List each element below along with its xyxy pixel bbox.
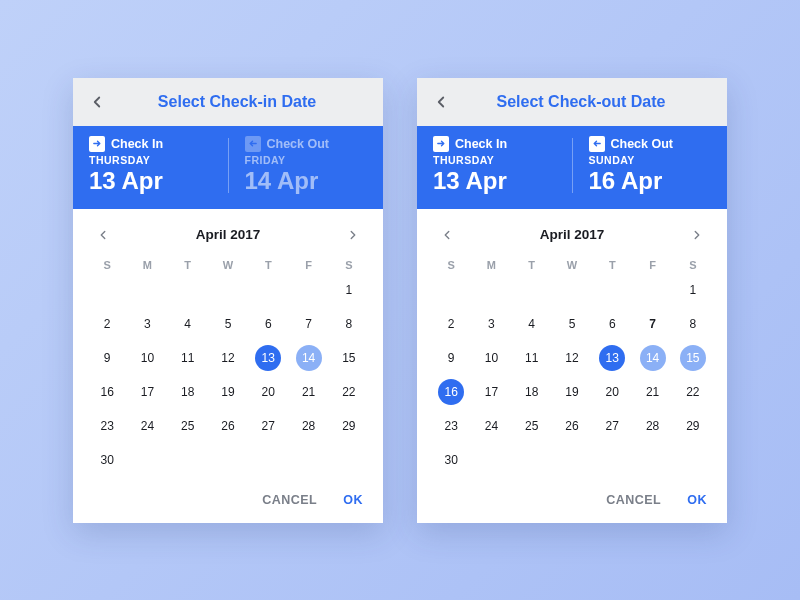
day-empty — [471, 273, 511, 307]
next-month-button[interactable] — [685, 223, 709, 247]
day-empty — [87, 273, 127, 307]
date-band: Check In THURSDAY 13 Apr Check Out FRIDA… — [73, 126, 383, 209]
day-cell[interactable]: 30 — [431, 443, 471, 477]
day-cell[interactable]: 5 — [552, 307, 592, 341]
day-cell[interactable]: 3 — [127, 307, 167, 341]
day-cell[interactable]: 14 — [288, 341, 328, 375]
day-cell[interactable]: 30 — [87, 443, 127, 477]
day-cell[interactable]: 12 — [208, 341, 248, 375]
weekday-label: F — [288, 259, 328, 271]
day-cell[interactable]: 29 — [673, 409, 713, 443]
checkin-slot[interactable]: Check In THURSDAY 13 Apr — [73, 136, 228, 195]
day-cell[interactable]: 4 — [168, 307, 208, 341]
prev-month-button[interactable] — [91, 223, 115, 247]
day-cell[interactable]: 21 — [288, 375, 328, 409]
day-cell[interactable]: 17 — [471, 375, 511, 409]
day-cell[interactable]: 3 — [471, 307, 511, 341]
checkin-date: 13 Apr — [433, 167, 556, 195]
day-cell[interactable]: 6 — [248, 307, 288, 341]
day-cell[interactable]: 18 — [168, 375, 208, 409]
checkin-card: Select Check-in Date Check In THURSDAY 1… — [73, 78, 383, 523]
day-empty — [127, 443, 167, 477]
day-cell[interactable]: 28 — [288, 409, 328, 443]
day-cell[interactable]: 26 — [208, 409, 248, 443]
day-cell[interactable]: 22 — [329, 375, 369, 409]
day-cell[interactable]: 13 — [248, 341, 288, 375]
day-empty — [431, 273, 471, 307]
day-empty — [248, 443, 288, 477]
day-cell[interactable]: 9 — [87, 341, 127, 375]
day-cell[interactable]: 7 — [632, 307, 672, 341]
day-cell[interactable]: 22 — [673, 375, 713, 409]
titlebar: Select Check-out Date — [417, 78, 727, 126]
checkin-slot[interactable]: Check In THURSDAY 13 Apr — [417, 136, 572, 195]
day-cell[interactable]: 28 — [632, 409, 672, 443]
day-cell[interactable]: 8 — [329, 307, 369, 341]
day-cell[interactable]: 5 — [208, 307, 248, 341]
day-cell[interactable]: 12 — [552, 341, 592, 375]
day-cell[interactable]: 24 — [127, 409, 167, 443]
day-empty — [673, 443, 713, 477]
day-cell[interactable]: 20 — [248, 375, 288, 409]
day-cell[interactable]: 2 — [431, 307, 471, 341]
day-cell[interactable]: 19 — [208, 375, 248, 409]
day-cell[interactable]: 23 — [87, 409, 127, 443]
day-cell[interactable]: 7 — [288, 307, 328, 341]
checkout-slot[interactable]: Check Out FRIDAY 14 Apr — [229, 136, 384, 195]
day-cell[interactable]: 16 — [87, 375, 127, 409]
day-cell[interactable]: 13 — [592, 341, 632, 375]
day-cell[interactable]: 27 — [592, 409, 632, 443]
day-cell[interactable]: 15 — [673, 341, 713, 375]
checkout-date: 14 Apr — [245, 167, 368, 195]
day-cell[interactable]: 4 — [512, 307, 552, 341]
checkout-slot[interactable]: Check Out SUNDAY 16 Apr — [573, 136, 728, 195]
checkout-card: Select Check-out Date Check In THURSDAY … — [417, 78, 727, 523]
day-cell[interactable]: 23 — [431, 409, 471, 443]
day-cell[interactable]: 2 — [87, 307, 127, 341]
day-cell[interactable]: 24 — [471, 409, 511, 443]
weekday-label: M — [471, 259, 511, 271]
day-cell[interactable]: 9 — [431, 341, 471, 375]
day-cell[interactable]: 25 — [168, 409, 208, 443]
checkin-label: Check In — [455, 137, 507, 151]
ok-button[interactable]: OK — [343, 493, 363, 507]
weekday-label: S — [329, 259, 369, 271]
day-cell[interactable]: 11 — [168, 341, 208, 375]
day-cell[interactable]: 10 — [471, 341, 511, 375]
cancel-button[interactable]: CANCEL — [262, 493, 317, 507]
day-cell[interactable]: 1 — [673, 273, 713, 307]
prev-month-button[interactable] — [435, 223, 459, 247]
day-cell[interactable]: 27 — [248, 409, 288, 443]
day-cell[interactable]: 18 — [512, 375, 552, 409]
day-cell[interactable]: 16 — [431, 375, 471, 409]
chevron-right-icon — [346, 228, 360, 242]
day-cell[interactable]: 26 — [552, 409, 592, 443]
dialog-actions: CANCEL OK — [73, 481, 383, 523]
day-cell[interactable]: 25 — [512, 409, 552, 443]
day-cell[interactable]: 29 — [329, 409, 369, 443]
day-cell[interactable]: 10 — [127, 341, 167, 375]
arrow-in-icon — [89, 136, 105, 152]
day-cell[interactable]: 14 — [632, 341, 672, 375]
ok-button[interactable]: OK — [687, 493, 707, 507]
day-cell[interactable]: 15 — [329, 341, 369, 375]
day-empty — [208, 443, 248, 477]
weekday-label: F — [632, 259, 672, 271]
next-month-button[interactable] — [341, 223, 365, 247]
chevron-left-icon — [440, 228, 454, 242]
day-cell[interactable]: 11 — [512, 341, 552, 375]
day-cell[interactable]: 1 — [329, 273, 369, 307]
day-cell[interactable]: 8 — [673, 307, 713, 341]
weekday-header: SMTWTFS — [431, 253, 713, 273]
day-cell[interactable]: 21 — [632, 375, 672, 409]
day-cell[interactable]: 17 — [127, 375, 167, 409]
chevron-left-icon — [96, 228, 110, 242]
cancel-button[interactable]: CANCEL — [606, 493, 661, 507]
day-empty — [168, 443, 208, 477]
day-cell[interactable]: 19 — [552, 375, 592, 409]
weekday-label: T — [592, 259, 632, 271]
day-cell[interactable]: 20 — [592, 375, 632, 409]
checkout-dow: FRIDAY — [245, 154, 368, 166]
day-cell[interactable]: 6 — [592, 307, 632, 341]
checkout-label: Check Out — [267, 137, 330, 151]
